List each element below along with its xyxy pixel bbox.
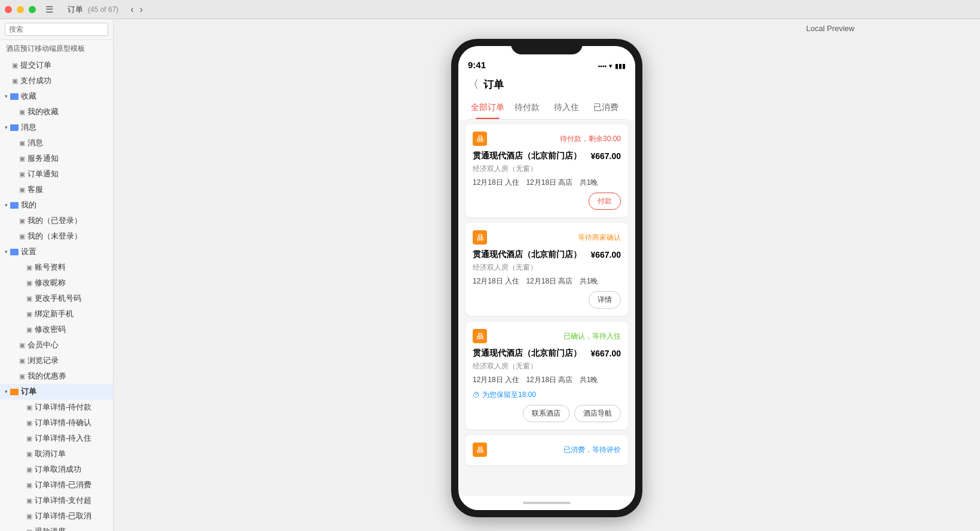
sidebar-item-pay-success[interactable]: ▣ 支付成功 (0, 73, 113, 89)
sidebar-item-order-detail-support-exceed[interactable]: ▣ 订单详情-支付超 (0, 493, 113, 508)
sidebar-item-account-info[interactable]: ▣ 账号资料 (0, 260, 113, 275)
orders-list: 品 待付款，剩余30:00 贯通现代酒店（北京前门店） ¥667.00 经济双人… (458, 120, 635, 496)
checkin-1: 12月18日 入住 (473, 178, 519, 187)
checkin-2: 12月18日 入住 (473, 277, 519, 285)
order-card-header-3: 品 已确认，等待入住 (473, 329, 621, 343)
sidebar-item-mine-logged-in[interactable]: ▣ 我的（已登录） (0, 213, 113, 228)
arrow-down-icon: ▾ (5, 124, 8, 130)
item-icon: ▣ (26, 295, 32, 303)
nights-3: 共1晚 (580, 376, 598, 384)
order-card-2: 品 等待商家确认 贯通现代酒店（北京前门店） ¥667.00 经济双人房（无窗）… (466, 223, 628, 316)
sidebar-item-change-phone[interactable]: ▣ 更改手机号码 (0, 291, 113, 306)
sidebar-item-my-coupons[interactable]: ▣ 我的优惠券 (0, 368, 113, 384)
hotel-nav-button[interactable]: 酒店导航 (574, 405, 621, 422)
home-bar-indicator (523, 502, 571, 504)
tab-pending-pay[interactable]: 待付款 (507, 96, 547, 119)
order-room-type-2: 经济双人房（无窗） (473, 263, 621, 273)
tab-consumed[interactable]: 已消费 (586, 96, 626, 119)
folder-icon (10, 249, 19, 255)
sidebar-item-order-detail-cancelled[interactable]: ▣ 订单详情-已取消 (0, 508, 113, 524)
sidebar-item-refund-progress[interactable]: ▣ 退款进度 (0, 524, 113, 531)
order-card-1: 品 待付款，剩余30:00 贯通现代酒店（北京前门店） ¥667.00 经济双人… (466, 124, 628, 217)
status-icons: ▪▪▪▪ ▾ ▮▮▮ (598, 62, 626, 70)
sidebar-item-cancel-order-success[interactable]: ▣ 订单取消成功 (0, 462, 113, 477)
sidebar-item-bind-phone[interactable]: ▣ 绑定新手机 (0, 306, 113, 322)
hotel-icon-4: 品 (473, 443, 487, 457)
item-icon: ▣ (26, 497, 32, 505)
sidebar-item-message[interactable]: ▣ 消息 (0, 135, 113, 151)
sidebar-item-change-password[interactable]: ▣ 修改密码 (0, 322, 113, 337)
nav-forward-button[interactable]: › (137, 4, 145, 16)
pay-button[interactable]: 付款 (589, 193, 621, 210)
minimize-button[interactable] (17, 6, 24, 13)
order-room-type-1: 经济双人房（无窗） (473, 164, 621, 174)
detail-button-2[interactable]: 详情 (589, 291, 621, 309)
sidebar-item-order-notice[interactable]: ▣ 订单通知 (0, 166, 113, 182)
nav-arrows: ‹ › (128, 4, 145, 16)
sidebar-group-settings[interactable]: ▾ 设置 (0, 244, 113, 260)
tab-count: (45 of 67) (88, 5, 118, 14)
sidebar-group-favorites[interactable]: ▾ 收藏 (0, 89, 113, 104)
item-icon: ▣ (26, 512, 32, 520)
item-icon: ▣ (26, 466, 32, 474)
order-card-partial-header-4: 品 已消费，等待评价 (473, 443, 621, 457)
phone-frame: 9:41 ▪▪▪▪ ▾ ▮▮▮ 〈 订单 (451, 39, 642, 517)
page-title: 订单 (483, 78, 504, 91)
order-price-3: ¥667.00 (590, 349, 621, 358)
sidebar-group-messages[interactable]: ▾ 消息 (0, 120, 113, 135)
checkout-1: 12月18日 高店 (526, 178, 572, 187)
order-status-3: 已确认，等待入住 (564, 331, 621, 341)
sidebar-search-container (0, 19, 113, 40)
close-button[interactable] (5, 6, 12, 13)
order-actions-2: 详情 (473, 291, 621, 309)
clock-icon: ⏱ (473, 391, 480, 399)
menu-icon[interactable]: ☰ (45, 4, 53, 15)
signal-icon: ▪▪▪▪ (598, 63, 607, 69)
sidebar-item-customer-service[interactable]: ▣ 客服 (0, 182, 113, 197)
search-input[interactable] (5, 23, 108, 36)
sidebar-item-order-detail-pending-pay[interactable]: ▣ 订单详情-待付款 (0, 399, 113, 415)
order-hotel-name-1: 贯通现代酒店（北京前门店） (473, 151, 581, 161)
hotel-icon-3: 品 (473, 329, 487, 343)
sidebar-group-mine[interactable]: ▾ 我的 (0, 197, 113, 213)
item-icon: ▣ (26, 481, 32, 489)
order-status-4: 已消费，等待评价 (564, 445, 621, 455)
checkin-3: 12月18日 入住 (473, 376, 519, 384)
tabs-row: 全部订单 待付款 待入住 已消费 (468, 96, 626, 120)
sidebar-item-browse-history[interactable]: ▣ 浏览记录 (0, 353, 113, 368)
sidebar-item-order-detail-pending-checkin[interactable]: ▣ 订单详情-待入住 (0, 431, 113, 446)
phone-mockup: 9:41 ▪▪▪▪ ▾ ▮▮▮ 〈 订单 (451, 39, 642, 517)
order-status-1: 待付款，剩余30:00 (560, 134, 621, 144)
item-icon: ▣ (19, 357, 25, 365)
sidebar-item-mine-not-logged-in[interactable]: ▣ 我的（未登录） (0, 228, 113, 244)
tab-pending-checkin[interactable]: 待入住 (547, 96, 586, 119)
wifi-icon: ▾ (609, 62, 612, 70)
reminder-text-3: 为您保留至18:00 (482, 390, 536, 400)
sidebar-group-orders[interactable]: ▾ 订单 (0, 384, 113, 399)
nav-back-button[interactable]: ‹ (128, 4, 136, 16)
order-card-3: 品 已确认，等待入住 贯通现代酒店（北京前门店） ¥667.00 经济双人房（无… (466, 322, 628, 429)
item-icon: ▣ (26, 419, 32, 427)
sidebar-item-service-notice[interactable]: ▣ 服务通知 (0, 151, 113, 166)
sidebar-item-order-detail-consumed[interactable]: ▣ 订单详情-已消费 (0, 477, 113, 493)
back-button[interactable]: 〈 (468, 77, 479, 91)
maximize-button[interactable] (29, 6, 36, 13)
sidebar-item-vip-center[interactable]: ▣ 会员中心 (0, 337, 113, 353)
item-icon: ▣ (12, 77, 18, 85)
item-icon: ▣ (19, 155, 25, 163)
contact-hotel-button[interactable]: 联系酒店 (523, 405, 569, 422)
arrow-down-icon: ▾ (5, 389, 8, 395)
hotel-icon-1: 品 (473, 132, 487, 146)
sidebar-item-edit-nickname[interactable]: ▣ 修改昵称 (0, 275, 113, 291)
item-icon: ▣ (19, 108, 25, 116)
sidebar-item-cancel-order[interactable]: ▣ 取消订单 (0, 446, 113, 462)
sidebar-item-my-favorites[interactable]: ▣ 我的收藏 (0, 104, 113, 120)
sidebar-item-submit-order[interactable]: ▣ 提交订单 (0, 57, 113, 73)
sidebar-item-order-detail-pending-confirm[interactable]: ▣ 订单详情-待确认 (0, 415, 113, 431)
tab-all-orders[interactable]: 全部订单 (468, 96, 507, 119)
order-hotel-row-2: 贯通现代酒店（北京前门店） ¥667.00 (473, 249, 621, 260)
folder-icon (10, 202, 19, 209)
app-title: 订单 (68, 4, 83, 15)
order-dates-2: 12月18日 入住 12月18日 高店 共1晚 (473, 276, 621, 286)
order-hotel-name-3: 贯通现代酒店（北京前门店） (473, 348, 581, 359)
